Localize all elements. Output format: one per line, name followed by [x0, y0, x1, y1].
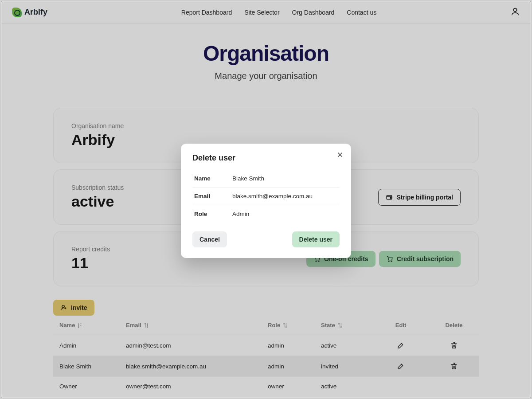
modal-name-value: Blake Smith	[232, 175, 264, 182]
modal-row-role: Role Admin	[192, 205, 340, 223]
modal-close-button[interactable]	[336, 151, 344, 159]
modal-role-label: Role	[194, 211, 232, 217]
modal-row-email: Email blake.smith@example.com.au	[192, 187, 340, 205]
modal-role-value: Admin	[232, 211, 249, 217]
modal-email-value: blake.smith@example.com.au	[232, 193, 313, 200]
modal-row-name: Name Blake Smith	[192, 170, 340, 187]
cancel-button[interactable]: Cancel	[192, 231, 227, 247]
modal-title: Delete user	[192, 153, 340, 163]
modal-name-label: Name	[194, 175, 232, 182]
modal-email-label: Email	[194, 193, 232, 200]
delete-user-confirm-button[interactable]: Delete user	[292, 231, 340, 247]
delete-user-modal: Delete user Name Blake Smith Email blake…	[181, 144, 351, 258]
close-icon	[336, 151, 344, 159]
